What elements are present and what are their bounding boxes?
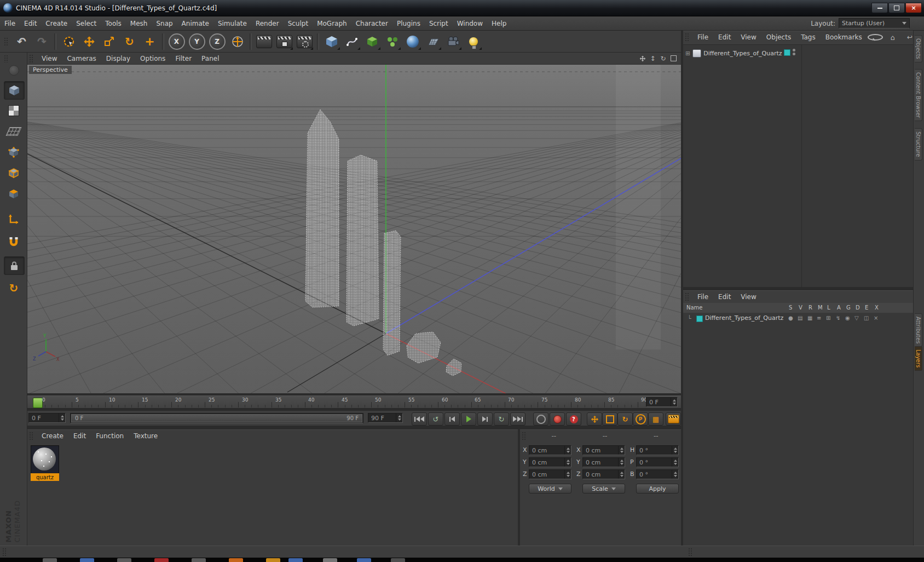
menu-help[interactable]: Help (487, 20, 511, 27)
layer-animation-toggle[interactable]: ↯ (836, 316, 840, 321)
play-button[interactable] (461, 412, 476, 426)
rotate-tool[interactable]: ↻ (120, 32, 139, 51)
taskbar-item[interactable] (266, 558, 280, 562)
texture-mode-button[interactable] (4, 102, 24, 119)
layout-dropdown[interactable]: Startup (User) (839, 18, 910, 28)
toolbar-grip[interactable] (4, 37, 9, 46)
view-zoom-button[interactable]: ↕ (649, 54, 657, 62)
record-position-button[interactable] (533, 412, 548, 426)
menu-sculpt[interactable]: Sculpt (284, 20, 313, 27)
snap-lock-button[interactable] (4, 256, 25, 275)
render-view-button[interactable] (255, 32, 274, 51)
tab-layers[interactable]: Layers (915, 346, 922, 371)
lm-menu-file[interactable]: File (693, 293, 713, 301)
spinner[interactable] (618, 470, 625, 479)
floor-button[interactable] (423, 32, 442, 51)
col-render[interactable]: R (809, 305, 812, 311)
layer-name[interactable]: Different_Types_of_Quartz (705, 314, 783, 322)
points-mode-button[interactable] (4, 144, 24, 161)
om-menu-tags[interactable]: Tags (796, 33, 820, 41)
spinner[interactable] (396, 414, 402, 422)
disabled-tool-button[interactable] (4, 61, 24, 79)
col-lock[interactable]: L (827, 305, 830, 311)
mode-dropdown[interactable]: Scale (582, 484, 625, 494)
layer-deformers-toggle[interactable]: ▽ (854, 316, 859, 321)
scale-tool[interactable] (100, 32, 119, 51)
spinner[interactable] (672, 470, 678, 479)
spinner[interactable] (672, 458, 678, 467)
size-x-field[interactable]: 0 cm (582, 445, 625, 455)
col-animation[interactable]: A (837, 305, 841, 311)
taskbar-item[interactable] (154, 558, 169, 562)
render-picture-viewer-button[interactable] (275, 32, 294, 51)
view-rotate-button[interactable]: ↻ (659, 54, 667, 62)
om-menu-objects[interactable]: Objects (762, 33, 795, 41)
mat-menu-function[interactable]: Function (91, 432, 128, 440)
taskbar-item[interactable] (288, 558, 303, 562)
material-manager-grip[interactable] (29, 432, 34, 440)
layer-row[interactable]: └ Different_Types_of_Quartz ● ▤ ▦ ≡ ⊞ ↯ … (683, 314, 913, 324)
x-axis-lock[interactable]: X (167, 32, 186, 51)
viewport-canvas[interactable]: Y X Z Perspective (27, 65, 681, 393)
keyframe-parameter-toggle[interactable]: P (633, 412, 648, 426)
mat-menu-edit[interactable]: Edit (69, 432, 90, 440)
coordinate-system-button[interactable] (228, 32, 247, 51)
taskbar-item[interactable] (192, 558, 206, 562)
viewport-view-label[interactable]: Perspective (29, 66, 72, 74)
view-pan-button[interactable] (638, 54, 646, 62)
z-axis-lock[interactable]: Z (207, 32, 227, 51)
windows-taskbar[interactable] (0, 558, 924, 562)
layer-xref-toggle[interactable]: × (874, 316, 878, 321)
mat-menu-texture[interactable]: Texture (129, 432, 162, 440)
object-list[interactable]: ⊞ Different_Types_of_Quartz (683, 44, 913, 287)
current-frame-marker[interactable] (33, 398, 43, 408)
taskbar-item[interactable] (117, 558, 131, 562)
timeline-range-slider[interactable]: 0 F 90 F (70, 413, 363, 423)
view-toggle-button[interactable] (669, 54, 678, 62)
visibility-dots[interactable] (793, 49, 795, 55)
status-grip[interactable] (2, 548, 7, 557)
menu-file[interactable]: File (0, 20, 20, 27)
model-mode-button[interactable] (4, 81, 25, 100)
lm-menu-view[interactable]: View (736, 293, 760, 301)
y-axis-lock[interactable]: Y (187, 32, 206, 51)
menu-tools[interactable]: Tools (101, 20, 126, 27)
tab-objects[interactable]: Objects (915, 35, 922, 62)
spinner[interactable] (564, 470, 571, 479)
spline-pen-button[interactable] (342, 32, 361, 51)
rot-b-field[interactable]: 0 ° (636, 469, 679, 479)
vp-menu-options[interactable]: Options (136, 55, 170, 62)
col-expressions[interactable]: E (865, 305, 868, 311)
render-settings-button[interactable] (295, 32, 314, 51)
menu-select[interactable]: Select (72, 20, 101, 27)
menu-mograph[interactable]: MoGraph (313, 20, 351, 27)
move-tool[interactable] (79, 32, 99, 51)
om-menu-bookmarks[interactable]: Bookmarks (821, 33, 867, 41)
tab-content-browser[interactable]: Content Browser (915, 69, 922, 121)
om-menu-view[interactable]: View (736, 33, 760, 41)
col-manager[interactable]: M (818, 305, 823, 311)
layer-lock-toggle[interactable]: ⊞ (826, 316, 830, 321)
taskbar-item[interactable] (229, 558, 243, 562)
menu-create[interactable]: Create (41, 20, 72, 27)
previous-frame-button[interactable] (444, 412, 460, 426)
material-thumbnail[interactable] (31, 445, 59, 474)
window-titlebar[interactable]: CINEMA 4D R14.014 Studio - [Different_Ty… (0, 0, 924, 16)
object-row[interactable]: ⊞ Different_Types_of_Quartz (685, 48, 782, 58)
menu-character[interactable]: Character (351, 20, 392, 27)
goto-end-button[interactable] (510, 412, 525, 426)
last-tool[interactable]: + (140, 32, 159, 51)
array-generator-button[interactable] (383, 32, 402, 51)
object-name[interactable]: Different_Types_of_Quartz (703, 50, 782, 57)
redo-button[interactable]: ↷ (32, 32, 51, 51)
record-keyframe-button[interactable] (550, 412, 565, 426)
object-manager-grip[interactable] (685, 33, 690, 42)
environment-button[interactable] (403, 32, 422, 51)
make-preview-button[interactable] (666, 412, 681, 426)
menu-edit[interactable]: Edit (20, 20, 41, 27)
next-frame-button[interactable] (477, 412, 493, 426)
workplane-lock-button[interactable]: ↻ (4, 279, 24, 297)
spinner[interactable] (672, 446, 678, 455)
menu-plugins[interactable]: Plugins (392, 20, 425, 27)
range-slider-bar[interactable]: 0 F 90 F (71, 414, 362, 422)
